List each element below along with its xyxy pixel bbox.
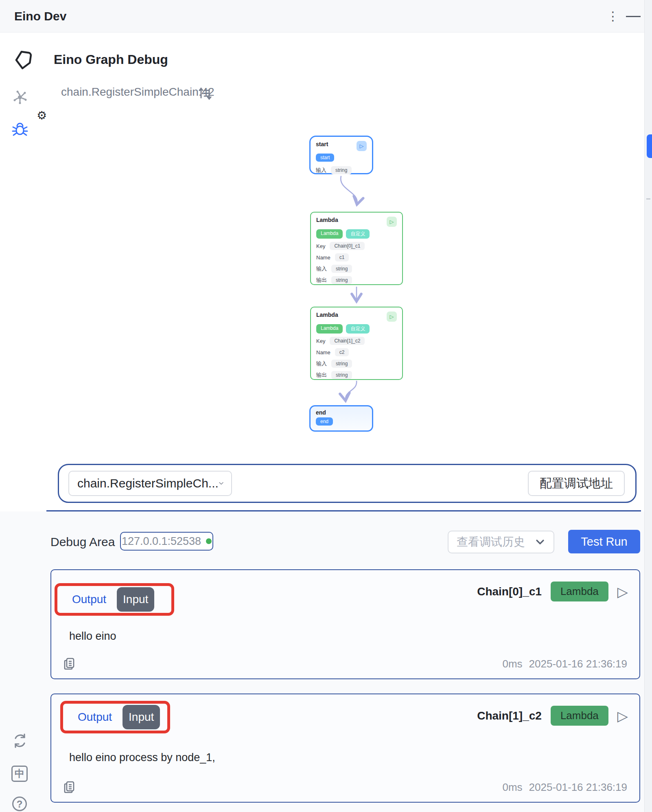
output-tab[interactable]: Output xyxy=(78,711,112,724)
debug-address-value: 127.0.0.1:52538 xyxy=(122,535,201,548)
kv-label: 输入 xyxy=(316,360,327,367)
panel-expand-handle[interactable] xyxy=(647,134,652,158)
history-select-placeholder: 查看调试历史 xyxy=(457,534,525,550)
gear-icon: ⚙ xyxy=(37,110,47,121)
connected-status-dot xyxy=(206,538,212,544)
node-key-label: Chain[1]_c2 xyxy=(477,709,542,722)
timestamp-label: 2025-01-16 21:36:19 xyxy=(529,658,627,670)
kebab-menu-icon[interactable]: ⋮ xyxy=(606,0,620,33)
annotation-red-box: Output Input xyxy=(60,701,170,733)
sidebar-item-debug[interactable] xyxy=(11,121,28,138)
node-type-badge: Lambda xyxy=(551,582,608,601)
kv-value: string xyxy=(331,276,352,284)
configure-debug-address-button[interactable]: 配置调试地址 xyxy=(528,471,625,496)
result-content: hello eino xyxy=(69,630,116,643)
node-custom-badge: 自定义 xyxy=(346,324,370,334)
graph-node-lambda-c1[interactable]: Lambda ▷ Lambda 自定义 KeyChain[0]_c1 Namec… xyxy=(310,212,403,285)
kv-label: 输出 xyxy=(316,371,327,379)
debug-area-title: Debug Area xyxy=(50,535,115,549)
kv-label: Name xyxy=(316,349,330,356)
node-title: Lambda xyxy=(316,217,338,223)
panel-resize-dash xyxy=(646,198,650,200)
language-toggle-icon[interactable]: 中 xyxy=(11,766,28,782)
graph-node-start[interactable]: start ▷ start 输入 string xyxy=(309,136,373,174)
kv-label: 输入 xyxy=(316,167,326,174)
timestamp-label: 2025-01-16 21:36:19 xyxy=(529,781,627,794)
node-title: end xyxy=(316,409,326,416)
result-content: hello eino process by node_1, xyxy=(69,751,215,764)
kv-value: Chain[0]_c1 xyxy=(330,242,365,250)
chevron-down-icon xyxy=(219,480,224,487)
refresh-icon[interactable] xyxy=(12,733,28,748)
run-node-icon[interactable]: ▷ xyxy=(617,585,628,599)
kv-value: c1 xyxy=(335,253,349,261)
kv-label: 输入 xyxy=(316,265,327,272)
run-node-icon[interactable]: ▷ xyxy=(617,709,628,723)
eino-logo-icon: ⚙ xyxy=(12,49,35,72)
duration-label: 0ms xyxy=(502,781,522,794)
graph-node-lambda-c2[interactable]: Lambda ▷ Lambda 自定义 KeyChain[1]_c2 Namec… xyxy=(310,307,403,380)
node-play-icon[interactable]: ▷ xyxy=(387,312,397,322)
window-titlebar: Eino Dev ⋮ xyxy=(0,0,652,33)
chevron-down-icon xyxy=(535,538,545,546)
debug-history-select[interactable]: 查看调试历史 xyxy=(448,531,554,553)
sort-icon[interactable] xyxy=(198,86,212,101)
kv-label: Key xyxy=(316,243,325,249)
kv-value: string xyxy=(331,265,352,273)
copy-icon[interactable] xyxy=(63,781,75,794)
minimize-icon[interactable] xyxy=(626,16,641,17)
output-tab[interactable]: Output xyxy=(72,593,106,606)
node-type-badge: Lambda xyxy=(316,229,343,239)
chain-toolbar: chain.RegisterSimpleCh... 配置调试地址 xyxy=(58,464,637,503)
node-title: start xyxy=(316,141,328,147)
kv-label: Name xyxy=(316,255,330,261)
input-tab[interactable]: Input xyxy=(123,705,160,729)
page-title: Eino Graph Debug xyxy=(54,52,168,67)
kv-value: string xyxy=(331,371,352,379)
node-type-badge: start xyxy=(316,154,334,162)
breadcrumb: chain.RegisterSimpleChain:42 xyxy=(61,86,214,99)
right-panel-strip xyxy=(644,0,652,812)
kv-value: Chain[1]_c2 xyxy=(330,337,365,345)
kv-label: 输出 xyxy=(316,277,327,284)
graph-node-end[interactable]: end end xyxy=(309,405,373,432)
test-run-button[interactable]: Test Run xyxy=(568,530,640,553)
input-tab[interactable]: Input xyxy=(117,587,154,612)
node-type-badge: Lambda xyxy=(551,706,608,726)
chain-select[interactable]: chain.RegisterSimpleCh... xyxy=(68,471,232,496)
kv-value: string xyxy=(331,166,352,174)
node-play-icon[interactable]: ▷ xyxy=(357,141,367,151)
annotation-red-box: Output Input xyxy=(55,583,174,616)
node-type-badge: end xyxy=(316,417,333,426)
node-key-label: Chain[0]_c1 xyxy=(477,585,542,598)
kv-value: string xyxy=(331,360,352,368)
node-type-badge: Lambda xyxy=(316,324,343,334)
app-window: Eino Dev ⋮ ⚙ xyxy=(0,0,652,812)
kv-value: c2 xyxy=(335,348,349,356)
sidebar-item-graph[interactable] xyxy=(12,90,28,105)
duration-label: 0ms xyxy=(502,658,522,670)
debug-result-card: Output Input Chain[1]_c2 Lambda ▷ hello … xyxy=(50,693,640,803)
help-icon[interactable]: ? xyxy=(12,797,27,811)
chain-select-value: chain.RegisterSimpleCh... xyxy=(77,476,219,490)
debug-result-card: Output Input Chain[0]_c1 Lambda ▷ hello … xyxy=(50,569,640,679)
node-title: Lambda xyxy=(316,312,338,318)
copy-icon[interactable] xyxy=(63,657,75,670)
node-play-icon[interactable]: ▷ xyxy=(387,217,397,227)
app-title: Eino Dev xyxy=(14,0,66,33)
node-custom-badge: 自定义 xyxy=(346,229,370,239)
debug-address-pill[interactable]: 127.0.0.1:52538 xyxy=(120,532,213,551)
kv-label: Key xyxy=(316,338,325,344)
